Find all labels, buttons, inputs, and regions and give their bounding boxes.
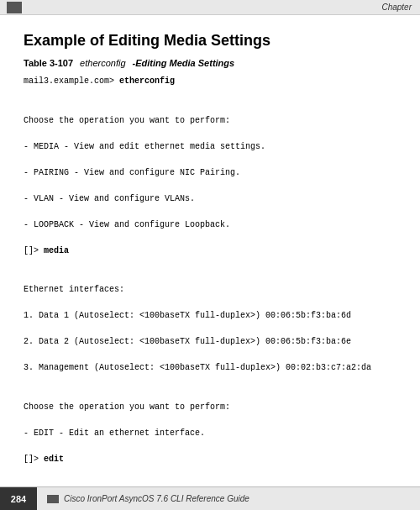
footer-text: Cisco IronPort AsyncOS 7.6 CLI Reference… xyxy=(37,494,249,503)
code-blank4 xyxy=(24,153,396,166)
code-blank13 xyxy=(24,375,396,388)
book-title: Cisco IronPort AsyncOS 7.6 CLI Reference… xyxy=(64,494,249,503)
code-edit-opt: - EDIT - Edit an ethernet interface. xyxy=(24,427,396,440)
code-blank8 xyxy=(24,257,396,271)
code-blank12 xyxy=(24,349,396,362)
code-blank2 xyxy=(24,101,396,114)
top-bar: Chapter xyxy=(0,0,420,15)
code-blank1 xyxy=(24,88,396,102)
table-caption: Table 3-107 etherconfig -Editing Media S… xyxy=(24,58,396,68)
code-choose1: Choose the operation you want to perform… xyxy=(24,114,396,128)
top-bar-icon xyxy=(7,2,22,13)
code-media-opt: - MEDIA - View and edit ethernet media s… xyxy=(24,140,396,154)
table-prefix: etherconfig xyxy=(80,58,125,68)
main-content: Example of Editing Media Settings Table … xyxy=(0,15,420,486)
code-blank16 xyxy=(24,439,396,453)
page-number: 284 xyxy=(0,487,37,510)
code-blank11 xyxy=(24,323,396,336)
code-prompt3: []> edit xyxy=(24,453,396,466)
code-pairing-opt: - PAIRING - View and configure NIC Pairi… xyxy=(24,166,396,180)
code-blank15 xyxy=(24,413,396,427)
code-choose2: Choose the operation you want to perform… xyxy=(24,401,396,414)
table-number: Table 3-107 xyxy=(24,58,73,68)
code-blank10 xyxy=(24,297,396,310)
footer: 284 Cisco IronPort AsyncOS 7.6 CLI Refer… xyxy=(0,486,420,510)
code-blank5 xyxy=(24,179,396,192)
code-blank9 xyxy=(24,271,396,284)
code-data1: 1. Data 1 (Autoselect: <100baseTX full-d… xyxy=(24,309,396,323)
code-loopback-opt: - LOOPBACK - View and configure Loopback… xyxy=(24,218,396,232)
code-prompt1: mail3.example.com> etherconfig xyxy=(24,75,396,88)
code-blank14 xyxy=(24,387,396,401)
code-prompt2: []> media xyxy=(24,244,396,258)
code-vlan-opt: - VLAN - View and configure VLANs. xyxy=(24,192,396,206)
code-blank3 xyxy=(24,127,396,140)
code-area: mail3.example.com> etherconfig Choose th… xyxy=(24,75,396,486)
code-blank7 xyxy=(24,231,396,244)
chapter-label: Chapter xyxy=(381,3,412,12)
code-blank18 xyxy=(24,479,396,487)
code-data2: 2. Data 2 (Autoselect: <100baseTX full-d… xyxy=(24,335,396,349)
code-eth-interfaces: Ethernet interfaces: xyxy=(24,283,396,297)
section-heading: Example of Editing Media Settings xyxy=(24,32,396,50)
code-blank6 xyxy=(24,205,396,218)
code-blank17 xyxy=(24,465,396,479)
footer-icon xyxy=(47,495,59,503)
code-mgmt: 3. Management (Autoselect: <100baseTX fu… xyxy=(24,361,396,375)
table-title: -Editing Media Settings xyxy=(133,58,235,68)
